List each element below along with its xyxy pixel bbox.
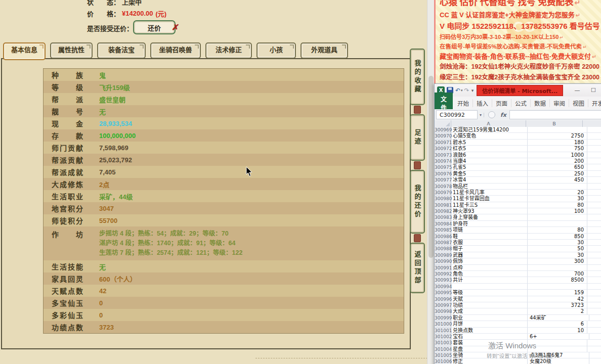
cell-a[interactable]: 职业 [451,315,528,321]
insert-function-icon[interactable] [488,111,495,118]
side-tab-我的还价[interactable]: 我的还价 [410,170,425,234]
row-header[interactable]: 300991 [435,265,451,271]
cell-b[interactable]: 650 [528,164,587,170]
row-header[interactable]: 300978 [435,184,451,190]
cell-c[interactable] [587,308,601,314]
cell-b[interactable] [528,265,587,271]
cell-a[interactable]: 修正 [451,358,528,364]
ribbon-tab-开发[interactable]: 开发 [588,99,601,107]
row-header[interactable]: 301006 [435,358,451,364]
cell-a[interactable]: 兑换点数 [451,328,528,334]
cell-c[interactable] [587,146,601,152]
cell-a[interactable]: 红衣5 [451,146,528,152]
cell-c[interactable] [589,315,601,321]
tab-装备法宝[interactable]: 装备法宝 [97,42,146,59]
cell-c[interactable] [587,265,601,271]
name-box[interactable]: C300992 [436,110,478,119]
column-header-a[interactable]: A [451,120,526,127]
cell-b[interactable]: 6+ [528,334,589,340]
cell-a[interactable]: 冰雪4 [451,177,528,183]
cell-b[interactable] [528,221,587,227]
cell-a[interactable]: 护身符 [451,221,528,227]
cell-c[interactable] [587,133,601,139]
side-tab-返回顶部[interactable]: 返回顶部 [410,243,425,293]
cell-c[interactable] [589,352,601,358]
column-header-c[interactable] [583,120,601,127]
cell-c[interactable] [587,221,601,227]
cell-c[interactable] [587,258,601,264]
scrollbar-thumb[interactable] [428,76,434,258]
row-header[interactable]: 300993 [435,277,451,283]
row-header[interactable]: 300972 [435,146,451,152]
row-header[interactable]: 300975 [435,164,451,170]
cell-c[interactable] [587,246,601,252]
cell-a[interactable]: 身上穿装备 [451,214,528,220]
cell-b[interactable]: 2750 [528,133,587,139]
cell-c[interactable] [589,358,601,364]
cell-a[interactable] [451,284,528,290]
row-header[interactable]: 300985 [435,227,451,233]
row-header[interactable]: 300995 [435,290,451,296]
tab-属性抗性[interactable]: 属性抗性 [50,42,93,59]
cell-b[interactable]: 20 [528,190,587,196]
row-header[interactable]: 300988 [435,246,451,252]
row-header[interactable]: 300997 [435,302,451,308]
cell-b[interactable]: 女魔20级 [528,358,589,364]
cell-c[interactable] [587,284,601,290]
cell-b[interactable] [528,284,587,290]
ribbon-tab-页面[interactable]: 页面 [492,99,511,107]
row-header[interactable]: 300998 [435,308,451,314]
row-header[interactable]: 300982 [435,208,451,214]
cell-b[interactable]: 8500 [528,277,587,283]
row-header[interactable]: 301004 [435,346,451,352]
cell-a[interactable]: 当康4 [451,158,528,164]
cell-c[interactable] [587,240,601,246]
cell-a[interactable]: 11星卡三S [451,202,528,208]
cell-c[interactable] [587,340,601,346]
ribbon-tab-开始[interactable]: 开始 [454,99,473,107]
cell-c[interactable] [587,127,601,133]
quick-access-customize-icon[interactable]: ▾ [471,88,474,93]
cell-a[interactable]: 共计 [451,277,528,283]
cell-c[interactable] [587,252,601,258]
cell-c[interactable] [587,214,601,220]
cell-a[interactable]: 天赋 [451,296,528,302]
column-header-b[interactable]: B [526,120,583,127]
ribbon-tab-数据[interactable]: 数据 [531,99,550,107]
row-header[interactable]: 300979 [435,190,451,196]
cell-b[interactable]: 30 [528,252,587,258]
cell-a[interactable]: 心猿5变色 [451,133,528,139]
cell-c[interactable] [587,171,601,177]
cell-a[interactable]: 角色 [451,271,528,277]
cell-a[interactable]: 鞋 [451,234,528,240]
cell-b[interactable]: 2 [528,308,587,314]
cell-b[interactable] [528,184,587,190]
ribbon-tab-视图[interactable]: 视图 [569,99,588,107]
cell-c[interactable] [587,164,601,170]
cell-b[interactable] [528,214,587,220]
row-header[interactable]: 300992 [435,271,451,277]
ribbon-tab-公式[interactable]: 公式 [511,99,531,107]
cell-b[interactable]: 850 [528,234,587,240]
cell-b[interactable]: 1000 [528,152,587,158]
row-header[interactable]: 300971 [435,140,451,146]
row-header[interactable]: 300987 [435,240,451,246]
cell-a[interactable]: 武器 [451,252,528,258]
cell-b[interactable]: 10 [528,328,587,334]
row-header[interactable]: 301001 [435,328,451,334]
cell-c[interactable] [587,152,601,158]
cell-a[interactable]: 点枠 [451,265,528,271]
cell-b[interactable]: 3723 [528,302,587,308]
ribbon-tab-插入[interactable]: 插入 [473,99,492,107]
cell-b[interactable] [528,340,587,346]
cell-a[interactable]: 功绩 [451,302,528,308]
tab-基本信息[interactable]: 基本信息 [3,42,46,60]
cell-a[interactable]: 神火罩93 [451,208,528,214]
page-scrollbar[interactable] [427,0,435,364]
cell-b[interactable]: 44采矿 [528,315,589,321]
cell-a[interactable]: 大成 [451,308,528,314]
side-tab-足迹[interactable]: 足迹 [410,114,425,161]
row-header[interactable]: 300983 [435,214,451,220]
ribbon-tab-审阅[interactable]: 审阅 [550,99,569,107]
cell-c[interactable] [587,290,601,296]
